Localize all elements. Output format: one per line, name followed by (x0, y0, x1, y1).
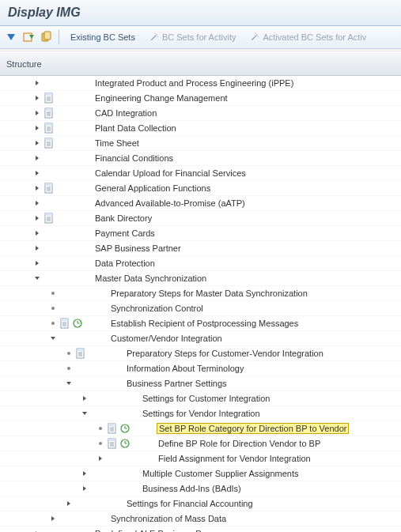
tree-node-label[interactable]: Payment Cards (92, 228, 155, 238)
tree-row[interactable]: Define BP Role for Direction Vendor to B… (0, 436, 401, 451)
execute-activity-icon[interactable] (119, 424, 131, 433)
tree-node-label[interactable]: Set BP Role Category for Direction BP to… (157, 423, 349, 434)
img-activity-doc-icon[interactable] (43, 138, 55, 149)
tree-node-label[interactable]: Business Partner Settings (123, 379, 227, 388)
img-activity-doc-icon[interactable] (43, 108, 55, 119)
tree-node-label[interactable]: Multiple Customer Supplier Assignments (139, 469, 298, 478)
tree-node-label[interactable]: CAD Integration (92, 108, 157, 118)
tree-node-label[interactable]: Settings for Financial Accounting (123, 499, 253, 508)
tree-row[interactable]: Time Sheet (0, 136, 401, 151)
tree-row[interactable]: Settings for Financial Accounting (0, 496, 401, 511)
expand-subtree-icon[interactable] (22, 31, 35, 43)
existing-bc-sets-button[interactable]: Existing BC Sets (66, 31, 140, 43)
tree-row[interactable]: General Application Functions (0, 181, 401, 196)
tree-node-label[interactable]: SAP Business Partner (92, 243, 181, 253)
img-activity-doc-icon[interactable] (106, 438, 119, 449)
img-activity-doc-icon[interactable] (43, 183, 55, 194)
expand-arrow-icon[interactable] (32, 185, 43, 191)
tree-row[interactable]: Preparatory Steps for Master Data Synchr… (0, 286, 401, 301)
tree-row[interactable]: CAD Integration (0, 106, 401, 121)
tree-row[interactable]: Data Protection (0, 256, 401, 271)
expand-arrow-icon[interactable] (32, 215, 43, 221)
tree-node-label[interactable]: General Application Functions (92, 183, 210, 193)
tree-node-label[interactable]: Customer/Vendor Integration (108, 334, 222, 343)
collapse-arrow-icon[interactable] (47, 335, 59, 341)
tree-row[interactable]: Customer/Vendor Integration (0, 331, 401, 346)
tree-row[interactable]: Integrated Product and Process Engineeri… (0, 76, 401, 91)
execute-activity-icon[interactable] (119, 439, 131, 448)
expand-arrow-icon[interactable] (32, 140, 43, 146)
tree-node-label[interactable]: Integrated Product and Process Engineeri… (92, 78, 293, 88)
tree-row[interactable]: Information About Terminology (0, 361, 401, 376)
tree-node-label[interactable]: Time Sheet (92, 138, 139, 148)
where-used-icon[interactable] (40, 31, 52, 43)
tree-row[interactable]: Master Data Synchronization (0, 271, 401, 286)
tree-node-label[interactable]: Predefined ALE Business Processes (92, 529, 236, 532)
expand-arrow-icon[interactable] (63, 500, 74, 507)
tree-row[interactable]: Business Add-Ins (BAdIs) (0, 481, 401, 496)
tree-node-label[interactable]: Plant Data Collection (92, 123, 176, 133)
tree-row[interactable]: Multiple Customer Supplier Assignments (0, 466, 401, 481)
tree-row[interactable]: Settings for Customer Integration (0, 391, 401, 406)
tree-row[interactable]: Business Partner Settings (0, 376, 401, 391)
tree-node-label[interactable]: Master Data Synchronization (92, 274, 206, 283)
expand-arrow-icon[interactable] (79, 470, 90, 477)
tree-row[interactable]: Settings for Vendor Integration (0, 406, 401, 421)
tree-node-label[interactable]: Synchronization Control (108, 304, 203, 313)
expand-arrow-icon[interactable] (95, 455, 106, 462)
tree-node-label[interactable]: Bank Directory (92, 213, 152, 223)
expand-all-icon[interactable] (5, 31, 17, 43)
img-activity-doc-icon[interactable] (43, 213, 55, 224)
tree-node-label[interactable]: Establish Recipient of Postprocessing Me… (108, 319, 298, 328)
img-activity-doc-icon[interactable] (106, 423, 119, 434)
tree-row[interactable]: Preparatory Steps for Customer-Vendor In… (0, 346, 401, 361)
tree-node-label[interactable]: Engineering Change Management (92, 93, 228, 103)
tree-node-label[interactable]: Preparatory Steps for Customer-Vendor In… (123, 349, 323, 358)
collapse-arrow-icon[interactable] (79, 410, 90, 417)
tree-node-label[interactable]: Business Add-Ins (BAdIs) (139, 484, 241, 493)
tree-node-label[interactable]: Field Assignment for Vendor Integration (155, 454, 311, 463)
tree-row[interactable]: Plant Data Collection (0, 121, 401, 136)
expand-arrow-icon[interactable] (32, 170, 43, 176)
collapse-arrow-icon[interactable] (63, 380, 74, 387)
expand-arrow-icon[interactable] (32, 155, 43, 161)
tree-row[interactable]: Field Assignment for Vendor Integration (0, 451, 401, 466)
execute-activity-icon[interactable] (71, 319, 84, 328)
tree-row[interactable]: Payment Cards (0, 226, 401, 241)
expand-arrow-icon[interactable] (79, 485, 90, 492)
tree-node-label[interactable]: Define BP Role for Direction Vendor to B… (155, 439, 320, 448)
tree-node-label[interactable]: Information About Terminology (123, 364, 244, 373)
img-activity-doc-icon[interactable] (59, 318, 71, 329)
tree-node-label[interactable]: Synchronization of Mass Data (108, 514, 226, 523)
tree-row[interactable]: Set BP Role Category for Direction BP to… (0, 421, 401, 436)
tree-row[interactable]: Synchronization of Mass Data (0, 511, 401, 526)
tree-node-label[interactable]: Settings for Vendor Integration (139, 409, 260, 418)
tree-row[interactable]: Synchronization Control (0, 301, 401, 316)
expand-arrow-icon[interactable] (32, 200, 43, 206)
tree-node-label[interactable]: Preparatory Steps for Master Data Synchr… (108, 289, 308, 298)
tree-node-label[interactable]: Data Protection (92, 258, 155, 268)
tree-node-label[interactable]: Financial Conditions (92, 153, 173, 163)
expand-arrow-icon[interactable] (79, 395, 90, 402)
expand-arrow-icon[interactable] (32, 125, 43, 131)
expand-arrow-icon[interactable] (32, 110, 43, 116)
tree-node-label[interactable]: Settings for Customer Integration (139, 394, 270, 403)
tree-row[interactable]: Predefined ALE Business Processes (0, 526, 401, 532)
expand-arrow-icon[interactable] (32, 95, 43, 101)
img-activity-doc-icon[interactable] (43, 92, 55, 104)
tree-node-label[interactable]: Calendar Upload for Financial Services (92, 168, 246, 178)
expand-arrow-icon[interactable] (32, 260, 43, 266)
collapse-arrow-icon[interactable] (32, 275, 43, 281)
tree-row[interactable]: Calendar Upload for Financial Services (0, 166, 401, 181)
expand-arrow-icon[interactable] (32, 230, 43, 236)
img-activity-doc-icon[interactable] (43, 123, 55, 134)
expand-arrow-icon[interactable] (32, 80, 43, 86)
expand-arrow-icon[interactable] (32, 245, 43, 251)
tree-row[interactable]: Advanced Available-to-Promise (aATP) (0, 196, 401, 211)
tree-row[interactable]: Establish Recipient of Postprocessing Me… (0, 316, 401, 331)
tree-row[interactable]: Engineering Change Management (0, 91, 401, 106)
tree-row[interactable]: SAP Business Partner (0, 241, 401, 256)
tree-row[interactable]: Financial Conditions (0, 151, 401, 166)
tree-node-label[interactable]: Advanced Available-to-Promise (aATP) (92, 198, 245, 208)
img-activity-doc-icon[interactable] (74, 348, 87, 359)
